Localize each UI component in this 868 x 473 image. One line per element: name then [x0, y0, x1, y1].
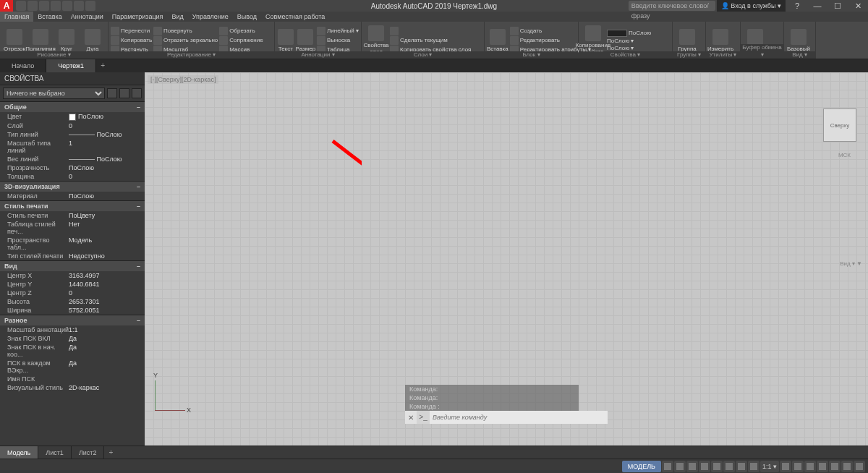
prop-row[interactable]: Масштаб аннотаций1:1 — [0, 325, 145, 334]
prop-row[interactable]: Пространство табл...Модель — [0, 236, 145, 252]
prop-section-header[interactable]: Вид– — [0, 260, 145, 271]
ribbon-tab-0[interactable]: Главная — [0, 12, 33, 22]
prop-section-header[interactable]: Общие– — [0, 101, 145, 112]
annot-item[interactable]: Линейный ▾ — [317, 27, 359, 35]
doc-tab[interactable]: Чертеж1 — [46, 59, 96, 72]
modify-item[interactable]: Копировать — [111, 36, 152, 45]
status-grid-icon[interactable] — [662, 461, 673, 472]
viewcube[interactable]: Сверху — [823, 108, 856, 142]
ribbon-tab-3[interactable]: Параметризация — [108, 12, 168, 22]
drawing-canvas[interactable]: [-][Сверху][2D-каркас] Сверху МСК Вид ▾ … — [145, 72, 868, 446]
prop-row[interactable]: Знак ПСК в нач. коо...Да — [0, 343, 145, 359]
layer-item[interactable] — [390, 27, 471, 35]
status-snap-icon[interactable] — [674, 461, 686, 472]
prop-row[interactable]: Центр Z0 — [0, 289, 145, 297]
doc-tab[interactable]: Начало — [0, 59, 46, 72]
measure-button[interactable]: Измерить — [708, 29, 733, 52]
layer-properties-button[interactable]: Свойства слоя — [364, 25, 388, 55]
dimension-button[interactable]: Размер — [296, 29, 316, 52]
selectobjects-button[interactable] — [132, 88, 142, 98]
prop-row[interactable]: Визуальный стиль2D-каркас — [0, 383, 145, 392]
prop-row[interactable]: МатериалПоСлою — [0, 192, 145, 200]
status-annoscale-button[interactable]: 1:1 ▾ — [760, 461, 779, 472]
ribbon-tab-6[interactable]: Вывод — [233, 12, 261, 22]
draw-круг[interactable]: Круг — [54, 29, 79, 52]
navbar-view[interactable]: Вид ▾ ▼ — [840, 260, 862, 267]
qat-undo-icon[interactable] — [74, 1, 84, 11]
modify-item[interactable]: Повернуть — [153, 27, 218, 35]
layout-tab[interactable]: Лист2 — [72, 446, 105, 459]
window-minimize-icon[interactable]: — — [807, 0, 827, 12]
sign-in-button[interactable]: 👤 Вход в службы ▾ — [717, 0, 786, 12]
annot-item[interactable]: Выноска — [317, 36, 359, 45]
window-maximize-icon[interactable]: ☐ — [827, 0, 848, 12]
insert-block-button[interactable]: Вставка — [487, 29, 509, 52]
qat-plot-icon[interactable] — [62, 1, 72, 11]
ribbon-tab-2[interactable]: Аннотации — [67, 12, 108, 22]
prop-section-header[interactable]: Стиль печати– — [0, 200, 145, 211]
prop-row[interactable]: Высота2653.7301 — [0, 297, 145, 306]
window-close-icon[interactable]: ✕ — [848, 0, 868, 12]
prop-row[interactable]: Стиль печатиПоЦвету — [0, 211, 145, 220]
status-isolate-icon[interactable] — [829, 461, 841, 472]
prop-row[interactable]: ПрозрачностьПоСлою — [0, 163, 145, 172]
status-polar-icon[interactable] — [699, 461, 710, 472]
command-input[interactable] — [430, 411, 608, 424]
app-menu-button[interactable]: A — [0, 0, 13, 12]
prop-row[interactable]: ЦветПоСлою — [0, 112, 145, 122]
modify-item[interactable]: Сопряжение — [219, 36, 263, 45]
layer-item[interactable]: Сделать текущим — [390, 36, 471, 45]
ribbon-tab-5[interactable]: Управление — [188, 12, 233, 22]
qat-saveas-icon[interactable] — [51, 1, 61, 11]
command-close-button[interactable]: ✕ — [405, 414, 417, 422]
baseview-button[interactable]: Базовый — [786, 29, 811, 52]
text-button[interactable]: Текст — [277, 29, 294, 52]
new-doc-button[interactable]: + — [96, 59, 109, 72]
status-monitor-icon[interactable] — [804, 461, 816, 472]
status-workspace-icon[interactable] — [792, 461, 804, 472]
draw-дуга[interactable]: Дуга — [80, 29, 105, 52]
status-lineweight-icon[interactable] — [736, 461, 747, 472]
status-otrack-icon[interactable] — [723, 461, 735, 472]
qat-redo-icon[interactable] — [85, 1, 95, 11]
prop-row[interactable]: Центр X3163.4997 — [0, 271, 145, 280]
color-swatch[interactable] — [607, 30, 627, 37]
prop-row[interactable]: Масштаб типа линий1 — [0, 139, 145, 155]
lineweight-dropdown[interactable]: ПоСлою ▾ — [607, 38, 651, 44]
prop-row[interactable]: ПСК в каждом ВЭкр...Да — [0, 359, 145, 375]
linetype-dropdown[interactable]: ПоСлою ▾ — [607, 45, 651, 51]
layout-tab[interactable]: Модель — [0, 446, 38, 459]
color-dropdown[interactable]: ПоСлою — [629, 30, 651, 36]
prop-row[interactable]: Центр Y1440.6841 — [0, 280, 145, 289]
status-model-button[interactable]: МОДЕЛЬ — [622, 461, 661, 472]
prop-row[interactable]: Толщина0 — [0, 172, 145, 181]
status-cleanscreen-icon[interactable] — [841, 461, 853, 472]
status-customize-icon[interactable] — [854, 461, 865, 472]
ribbon-tab-4[interactable]: Вид — [167, 12, 187, 22]
status-osnap-icon[interactable] — [711, 461, 723, 472]
pickadd-button[interactable] — [119, 88, 129, 98]
prop-row[interactable]: Тип стилей печатиНедоступно — [0, 252, 145, 260]
modify-item[interactable]: Отразить зеркально — [153, 36, 218, 45]
prop-row[interactable]: Имя ПСК — [0, 375, 145, 383]
status-hardware-icon[interactable] — [817, 461, 828, 472]
match-properties-button[interactable]: Копирование свойств — [581, 25, 605, 55]
draw-отрезок[interactable]: Отрезок — [2, 29, 27, 52]
prop-row[interactable]: Таблица стилей печ...Нет — [0, 220, 145, 236]
qat-new-icon[interactable] — [16, 1, 26, 11]
draw-полилиния[interactable]: Полилиния — [28, 29, 53, 52]
group-button[interactable]: Группа — [675, 29, 699, 52]
modify-item[interactable]: Перенести — [111, 27, 152, 35]
status-annovisibility-icon[interactable] — [780, 461, 791, 472]
prop-row[interactable]: Вес линий———— ПоСлою — [0, 155, 145, 163]
modify-item[interactable]: Обрезать — [219, 27, 263, 35]
selection-dropdown[interactable]: Ничего не выбрано — [3, 88, 105, 99]
status-ortho-icon[interactable] — [686, 461, 698, 472]
qat-open-icon[interactable] — [27, 1, 38, 11]
new-layout-button[interactable]: + — [104, 446, 117, 459]
qat-save-icon[interactable] — [39, 1, 49, 11]
prop-row[interactable]: Знак ПСК ВКЛДа — [0, 334, 145, 343]
prop-row[interactable]: Ширина5752.0051 — [0, 306, 145, 315]
ribbon-tab-7[interactable]: Совместная работа — [261, 12, 329, 22]
layout-tab[interactable]: Лист1 — [38, 446, 72, 459]
